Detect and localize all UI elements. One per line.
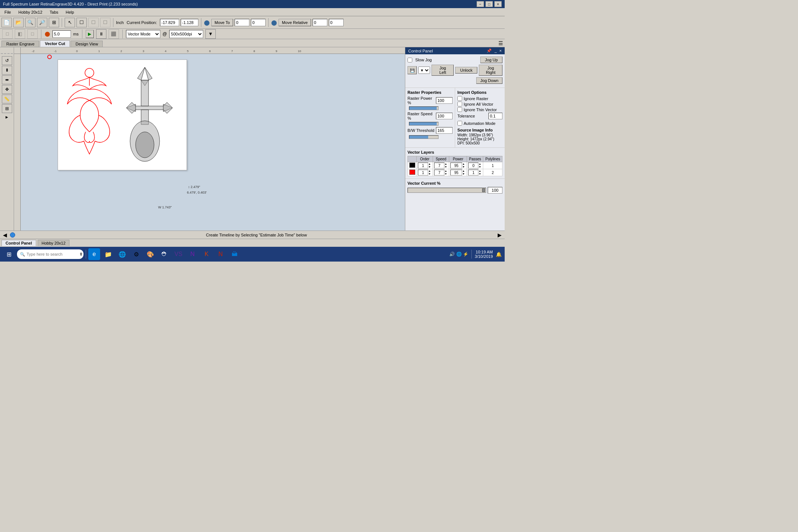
passes-down-1[interactable]: ▼ (478, 166, 481, 168)
zoom-in-btn[interactable]: 🔍 (25, 18, 35, 27)
tolerance-input[interactable] (488, 113, 502, 119)
titlebar-controls[interactable]: − □ × (477, 1, 502, 7)
menu-tabs[interactable]: Tabs (47, 9, 61, 15)
power-arrows-2[interactable]: ▲▼ (462, 170, 465, 175)
unlock-btn[interactable]: Unlock (455, 67, 477, 74)
vector-current-slider[interactable] (407, 188, 486, 193)
ignore-raster-cb[interactable] (457, 96, 462, 101)
pos-x-input[interactable] (160, 19, 179, 26)
bottom-tab-hobby[interactable]: Hobby 20x12 (38, 240, 70, 246)
jog-right-btn[interactable]: Jog Right (479, 65, 502, 76)
search-bar[interactable]: 🔍 🎙 (17, 249, 83, 259)
ignore-all-vector-cb[interactable] (457, 102, 462, 106)
save-format-select[interactable]: ▼ (418, 66, 430, 74)
jog-left-btn[interactable]: Jog Left (432, 65, 454, 76)
lt-flip-v[interactable]: ⬍ (2, 66, 12, 75)
speed-spin-2[interactable]: ▲▼ (434, 170, 448, 175)
power-up-2[interactable]: ▲ (462, 170, 465, 173)
passes-input-2[interactable] (468, 170, 478, 175)
taskbar-vs-icon[interactable]: VS (173, 248, 184, 260)
move-to-y-input[interactable] (251, 19, 266, 26)
power-spin-1[interactable]: ▲▼ (450, 163, 466, 168)
power-spin-2[interactable]: ▲▼ (450, 170, 466, 175)
minimize-btn[interactable]: − (477, 1, 484, 7)
zoom-fit-btn[interactable]: ⊞ (49, 18, 59, 27)
vector-current-thumb[interactable] (482, 188, 485, 192)
jog-down-btn[interactable]: Jog Down (476, 77, 502, 84)
taskbar-n-icon[interactable]: N (187, 248, 198, 260)
passes-spin-2[interactable]: ▲▼ (468, 170, 482, 175)
vector-current-input[interactable] (488, 187, 502, 194)
new-btn[interactable]: 📄 (1, 18, 12, 27)
power-input-2[interactable] (450, 170, 462, 175)
play-btn[interactable]: ▶ (86, 30, 94, 38)
move-to-btn[interactable]: Move To (211, 19, 233, 26)
order-input-1[interactable] (418, 163, 428, 168)
dpi-select[interactable]: 500x500dpi 250x250dpi 1000x1000dpi (169, 30, 203, 38)
power-down-1[interactable]: ▼ (462, 166, 465, 168)
raster-power-input[interactable] (436, 97, 453, 104)
menu-help[interactable]: Help (63, 9, 77, 15)
taskbar-sn-icon[interactable]: ⚙ (130, 248, 142, 260)
taskbar-helmet-icon[interactable]: ⛑ (158, 248, 170, 260)
tool-arrow[interactable]: ↖ (65, 18, 75, 27)
status-next[interactable]: ▶ (498, 232, 502, 238)
dpi-btn3[interactable]: □ (27, 29, 38, 39)
dpi-expand[interactable]: ▼ (205, 29, 216, 39)
tab-options-icon[interactable]: ☰ (498, 40, 503, 46)
canvas[interactable]: 6.479', 0.403' ↕ 2.479" W 1.743" (21, 54, 405, 231)
move-relative-btn[interactable]: Move Relative (279, 19, 311, 26)
taskbar-edge-icon[interactable]: e (88, 248, 100, 260)
taskbar-chrome-icon[interactable]: 🌐 (116, 248, 128, 260)
tool-select[interactable]: ☐ (76, 18, 87, 27)
speed-arrows-2[interactable]: ▲▼ (444, 170, 447, 175)
passes-spin-1[interactable]: ▲▼ (468, 163, 482, 168)
cp-min-icon[interactable]: _ (494, 48, 497, 53)
taskbar-folder-icon[interactable]: 📁 (102, 248, 114, 260)
menu-hobby[interactable]: Hobby 20x12 (16, 9, 45, 15)
cp-close-icon[interactable]: × (499, 48, 502, 53)
tab-vector-cut[interactable]: Vector Cut (40, 40, 70, 47)
passes-up-2[interactable]: ▲ (478, 170, 481, 173)
power-down-2[interactable]: ▼ (462, 173, 465, 175)
speed-input-1[interactable] (434, 163, 444, 168)
speed-spin-1[interactable]: ▲▼ (434, 163, 448, 168)
power-up-1[interactable]: ▲ (462, 163, 465, 166)
pause-btn[interactable]: ⏸ (96, 29, 106, 39)
tool-gray2[interactable]: ☐ (100, 18, 110, 27)
dpi-btn1[interactable]: □ (2, 29, 13, 39)
bw-threshold-slider[interactable] (409, 135, 439, 139)
ignore-thin-vector-cb[interactable] (457, 107, 462, 112)
mic-icon[interactable]: 🎙 (79, 252, 83, 256)
passes-input-1[interactable] (468, 163, 478, 168)
order-spin-1[interactable]: ▲▼ (418, 163, 432, 168)
automation-mode-cb[interactable] (457, 121, 462, 126)
taskbar-k-icon[interactable]: K (201, 248, 212, 260)
cp-pin-icon[interactable]: 📌 (487, 48, 492, 53)
taskbar-red-icon[interactable]: 🎨 (144, 248, 156, 260)
order-arrows-2[interactable]: ▲▼ (428, 170, 431, 175)
maximize-btn[interactable]: □ (485, 1, 493, 7)
notification-icon[interactable]: 🔔 (496, 252, 502, 257)
taskbar-mountain-icon[interactable]: 🏔 (229, 248, 241, 260)
status-prev[interactable]: ◀ (3, 232, 7, 238)
open-btn[interactable]: 📂 (13, 18, 24, 27)
lt-move[interactable]: ✥ (2, 85, 12, 94)
order-arrows-1[interactable]: ▲▼ (428, 163, 431, 168)
taskbar-nb-icon[interactable]: N (215, 248, 226, 260)
slow-jog-checkbox[interactable] (407, 58, 412, 62)
speed-arrows-1[interactable]: ▲▼ (444, 163, 447, 168)
power-input-1[interactable] (450, 163, 462, 168)
start-btn[interactable]: ⊞ (3, 248, 15, 260)
tab-raster-engrave[interactable]: Raster Engrave (1, 41, 39, 47)
passes-up-1[interactable]: ▲ (478, 163, 481, 166)
rel-y-input[interactable] (329, 19, 344, 26)
speed-down-2[interactable]: ▼ (444, 173, 447, 175)
speed-up-2[interactable]: ▲ (444, 170, 447, 173)
rel-x-input[interactable] (313, 19, 327, 26)
raster-power-slider[interactable] (409, 106, 439, 110)
lt-grid[interactable]: ⊞ (2, 104, 12, 113)
lt-arrow[interactable]: ▶ (1, 115, 13, 119)
passes-arrows-2[interactable]: ▲▼ (478, 170, 481, 175)
move-to-x-input[interactable] (235, 19, 249, 26)
